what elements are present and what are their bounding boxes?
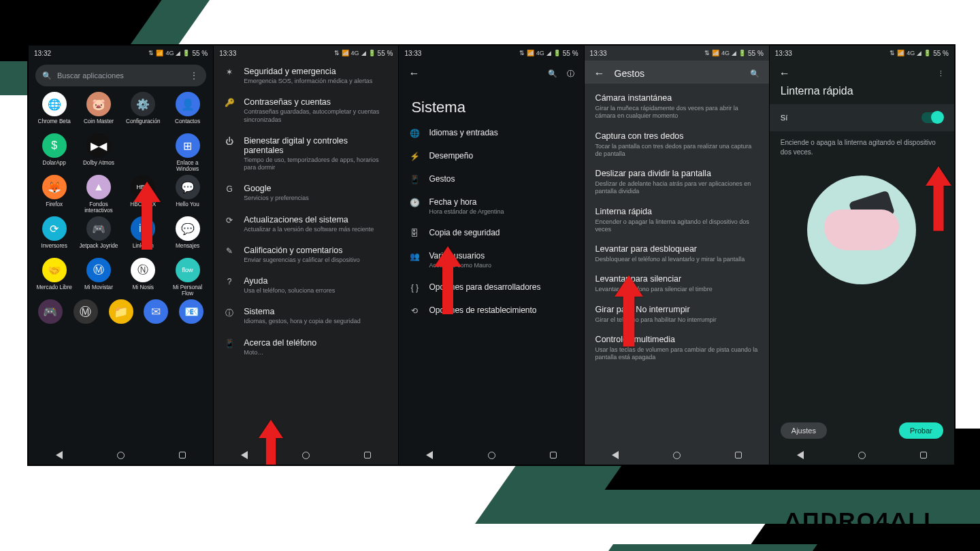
toggle-switch[interactable] (921, 112, 943, 123)
app-linkedin[interactable]: inLinkedIn (122, 216, 165, 255)
app-dolby-atmos[interactable]: ▶◀Dolby Atmos (77, 133, 120, 172)
dock: 🎮Ⓜ📁✉📧 (29, 297, 213, 325)
nav-home-icon[interactable] (673, 452, 681, 459)
back-icon[interactable]: ← (594, 67, 605, 80)
app-contactos[interactable]: 👤Contactos (166, 92, 209, 131)
nav-home-icon[interactable] (117, 452, 125, 459)
nav-back-icon[interactable] (612, 451, 619, 459)
settings-item[interactable]: 📱Acerca del teléfonoMoto… (214, 332, 398, 363)
gesture-item[interactable]: Cámara instantáneaGirar la muñeca rápida… (585, 88, 769, 126)
nav-bar[interactable] (770, 446, 954, 465)
try-button[interactable]: Probar (899, 422, 943, 439)
row-title: Bienestar digital y controles parentales (244, 136, 389, 155)
nav-back-icon[interactable] (241, 451, 248, 459)
nav-home-icon[interactable] (488, 452, 495, 459)
nav-recent-icon[interactable] (920, 452, 927, 458)
system-item[interactable]: 🌐Idiomas y entradas (399, 122, 583, 145)
settings-item[interactable]: 🔑Contraseñas y cuentasContraseñas guarda… (214, 91, 398, 130)
app-jetpack-joyride[interactable]: 🎮Jetpack Joyride (77, 216, 120, 255)
settings-item[interactable]: ⓘSistemaIdiomas, gestos, hora y copia de… (214, 301, 398, 331)
settings-list: ✶Seguridad y emergenciaEmergencia SOS, i… (214, 61, 398, 363)
nav-back-icon[interactable] (797, 451, 804, 459)
app-label: Mercado Libre (36, 284, 71, 297)
nav-back-icon[interactable] (426, 451, 433, 459)
nav-home-icon[interactable] (858, 452, 866, 459)
app-icon: ⚙️ (131, 92, 155, 116)
row-title: Opciones para desarrolladores (429, 282, 574, 292)
gesture-item[interactable]: Captura con tres dedosTocar la pantalla … (585, 126, 769, 164)
system-item[interactable]: 📱Gestos (399, 168, 583, 191)
app-firefox[interactable]: 🦊Firefox (33, 175, 76, 214)
app-icon: $ (42, 133, 67, 158)
app-mensajes[interactable]: 💬Mensajes (166, 216, 209, 255)
nav-recent-icon[interactable] (735, 452, 742, 458)
app-mi-personal-flow[interactable]: flowMi Personal Flow (166, 258, 209, 297)
more-icon[interactable]: ⋮ (189, 70, 199, 81)
gesture-item[interactable]: Deslizar para dividir la pantallaDesliza… (585, 163, 769, 201)
more-icon[interactable]: ⋮ (937, 69, 945, 78)
app-dolarapp[interactable]: $DolarApp (33, 133, 76, 172)
system-item[interactable]: { }Opciones para desarrolladores (399, 276, 583, 299)
app-fondos-interactivos[interactable]: ▲Fondos interactivos (77, 175, 120, 214)
row-title: Contraseñas y cuentas (244, 97, 389, 107)
nav-bar[interactable] (29, 446, 213, 465)
nav-recent-icon[interactable] (550, 452, 557, 458)
system-item[interactable]: ⟲Opciones de restablecimiento (399, 299, 583, 322)
app-enlace-a-windows[interactable]: ⊞Enlace a Windows (166, 133, 209, 172)
app-icon: Ⓜ (86, 258, 111, 282)
dock-app[interactable]: 🎮 (38, 299, 63, 324)
nav-recent-icon[interactable] (364, 452, 371, 458)
search-icon[interactable]: 🔍 (750, 69, 760, 78)
row-subtitle: Encender o apagar la linterna agitando e… (595, 218, 758, 234)
settings-item[interactable]: ⟳Actualizaciones del sistemaActualizar a… (214, 209, 398, 239)
dock-app[interactable]: 📧 (179, 299, 203, 324)
app-mi-movistar[interactable]: ⓂMi Movistar (77, 258, 120, 297)
gesture-item[interactable]: Controles multimediaUsar las teclas de v… (585, 329, 769, 367)
nav-bar[interactable] (399, 446, 583, 465)
gesture-item[interactable]: Levantar para silenciarLevantar el teléf… (585, 269, 769, 299)
row-icon: 📱 (223, 338, 235, 348)
back-icon[interactable]: ← (779, 67, 790, 80)
gesture-item[interactable]: Linterna rápidaEncender o apagar la lint… (585, 201, 769, 239)
row-title: Google (244, 184, 389, 193)
app-icon: flow (176, 258, 200, 282)
nav-recent-icon[interactable] (179, 452, 186, 458)
system-item[interactable]: ⚡Desempeño (399, 145, 583, 168)
app-inversores[interactable]: ⟳Inversores (33, 216, 76, 255)
system-item[interactable]: 🕑Fecha y horaHora estándar de Argentina (399, 191, 583, 222)
row-icon: 👥 (408, 251, 421, 261)
system-item[interactable]: 👥Varios usuariosAccediste como Mauro (399, 245, 583, 276)
app-mercado-libre[interactable]: 🤝Mercado Libre (33, 258, 76, 297)
app-chrome-beta[interactable]: 🌐Chrome Beta (33, 92, 76, 131)
nav-bar[interactable] (214, 446, 398, 465)
phone-app-drawer: 13:32 ⇅📶4G◢🔋55 % 🔍 Buscar aplicaciones ⋮… (29, 46, 213, 465)
description-text: Enciende o apaga la linterna agitando el… (770, 131, 954, 163)
settings-button[interactable]: Ajustes (781, 422, 827, 439)
app-hello-you[interactable]: 💬Hello You (166, 175, 209, 214)
app-mi-nosis[interactable]: ⓃMi Nosis (122, 258, 165, 297)
back-icon[interactable]: ← (408, 67, 419, 80)
row-icon: 🗄 (408, 228, 421, 238)
settings-item[interactable]: ✎Calificación y comentariosEnviar sugere… (214, 239, 398, 270)
dock-app[interactable]: 📁 (109, 299, 133, 324)
help-icon[interactable]: ⓘ (567, 69, 574, 79)
toggle-row[interactable]: Sí (770, 104, 954, 131)
dock-app[interactable]: ✉ (144, 299, 168, 324)
system-item[interactable]: 🗄Copia de seguridad (399, 222, 583, 245)
gesture-item[interactable]: Levantar para desbloquearDesbloquear el … (585, 239, 769, 269)
search-icon[interactable]: 🔍 (548, 69, 557, 78)
gesture-item[interactable]: Girar para No interrumpirGirar el teléfo… (585, 299, 769, 329)
screenshots-board: 13:32 ⇅📶4G◢🔋55 % 🔍 Buscar aplicaciones ⋮… (27, 44, 956, 466)
app-coin-master[interactable]: 🐷Coin Master (77, 92, 120, 131)
settings-item[interactable]: ?AyudaUsa el teléfono, soluciona errores (214, 270, 398, 301)
app-configuración[interactable]: ⚙️Configuración (122, 92, 165, 131)
nav-bar[interactable] (585, 446, 769, 465)
settings-item[interactable]: ⏻Bienestar digital y controles parentale… (214, 130, 398, 178)
search-input[interactable]: 🔍 Buscar aplicaciones ⋮ (35, 65, 206, 86)
settings-item[interactable]: GGoogleServicios y preferencias (214, 178, 398, 208)
nav-home-icon[interactable] (302, 452, 310, 459)
nav-back-icon[interactable] (56, 451, 63, 459)
settings-item[interactable]: ✶Seguridad y emergenciaEmergencia SOS, i… (214, 61, 398, 91)
dock-app[interactable]: Ⓜ (74, 299, 98, 324)
app-hbo-max[interactable]: HBOHBO MAX (122, 175, 165, 214)
